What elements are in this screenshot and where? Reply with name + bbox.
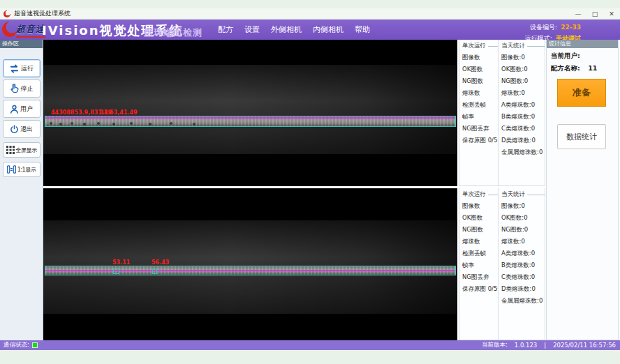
stat-row: D类熔珠数:0	[501, 135, 545, 146]
app-header: 超音速 IVision视觉处理系统 熔珠端面检测 配方 设置 外侧相机 内侧相机…	[0, 20, 620, 40]
prepare-button[interactable]: 准备	[557, 79, 606, 107]
stat-row: 图像数:0	[501, 200, 545, 212]
stat-row: 帧率	[462, 259, 498, 271]
stat-label: 图像数:	[501, 54, 521, 61]
stat-label: OK图数:	[501, 66, 524, 73]
exit-button-label: 退出	[20, 125, 33, 134]
bead-centerline-overlay	[45, 270, 455, 271]
device-id-value: 22-33	[561, 24, 581, 31]
stat-row: OK图数	[462, 212, 498, 224]
stat-label: D类熔珠数:	[501, 285, 531, 292]
comm-status-label: 通信状态:	[3, 341, 29, 349]
recipe-name-row: 配方名称: 11	[547, 64, 618, 73]
brand-logo-icon	[2, 22, 17, 37]
user-button[interactable]: 用户	[3, 100, 40, 118]
stat-value: 0	[521, 202, 524, 209]
window-controls: — □ ✕	[574, 8, 616, 20]
stop-button-label: 停止	[21, 84, 34, 93]
stat-label: B类熔珠数:	[501, 113, 531, 120]
data-statistics-button[interactable]: 数据统计	[557, 124, 606, 149]
measurement-annotation: 31.53,41.49	[100, 109, 138, 116]
today-stats-group: 当天统计	[501, 42, 545, 50]
stat-value: 0	[521, 54, 524, 61]
stat-value: 0	[531, 261, 535, 268]
stat-row: C类熔珠数:0	[501, 271, 545, 283]
stat-row: C类熔珠数:0	[501, 123, 545, 135]
menu-settings[interactable]: 设置	[244, 24, 260, 35]
stat-value: 0	[531, 101, 535, 108]
recipe-name-label: 配方名称:	[551, 64, 580, 72]
stat-value: 0	[524, 226, 528, 233]
single-run-group: 单次运行	[462, 190, 498, 199]
comm-status-indicator-icon	[32, 342, 38, 348]
defect-marker-box	[152, 269, 157, 274]
stat-label: B类熔珠数:	[501, 261, 531, 268]
main-area: 操作区 运行 停止	[0, 40, 620, 340]
stat-value: 0	[524, 214, 527, 221]
menu-outer-camera[interactable]: 外侧相机	[271, 24, 302, 35]
stat-label: 图像数:	[501, 202, 521, 209]
stat-row: NG图数	[462, 75, 498, 87]
application-window: 超音速视觉处理系统 — □ ✕ 超音速 IVision视觉处理系统 熔珠端面检测…	[0, 0, 620, 364]
one-to-one-button[interactable]: 1:1显示	[3, 162, 40, 177]
camera-view-outer[interactable]: 44308853.9,831.49 31.53,41.49	[43, 40, 457, 186]
stat-label: A类熔珠数:	[501, 101, 531, 108]
camera-view-inner[interactable]: 53.11 56.43	[43, 188, 457, 340]
stat-value: 0	[521, 238, 524, 245]
stat-row: NG图数	[462, 224, 498, 236]
stat-value: 0	[521, 89, 524, 96]
user-button-label: 用户	[20, 105, 33, 114]
stat-value: 0	[539, 297, 542, 304]
stat-label: NG图数:	[501, 77, 524, 84]
stat-row: 熔珠数:0	[501, 236, 545, 248]
today-stats-title: 当天统计	[501, 190, 525, 199]
stop-button[interactable]: 停止	[3, 79, 40, 98]
stat-row: NG图数:0	[501, 224, 545, 236]
stat-row: 金属屑熔珠数:0	[501, 146, 545, 158]
operation-sidebar: 操作区 运行 停止	[0, 40, 43, 340]
menu-help[interactable]: 帮助	[355, 24, 370, 35]
fullscreen-grid-icon	[6, 146, 15, 154]
defect-marker-box	[113, 268, 119, 274]
fullscreen-button[interactable]: 全屏显示	[3, 142, 40, 158]
stat-row: B类熔珠数:0	[501, 259, 545, 271]
stat-value: 0	[524, 77, 528, 84]
stat-label: A类熔珠数:	[501, 250, 531, 257]
stat-label: 金属屑熔珠数:	[501, 297, 539, 304]
stat-label: C类熔珠数:	[501, 273, 531, 280]
user-icon	[10, 105, 19, 114]
stat-row: 熔珠数	[462, 87, 498, 99]
stat-value: 0	[531, 125, 535, 132]
current-user-label: 当前用户:	[551, 52, 580, 59]
window-title: 超音速视觉处理系统	[14, 9, 71, 18]
sidebar-title: 操作区	[0, 40, 43, 48]
minimize-button[interactable]: —	[574, 10, 582, 17]
stat-row: OK图数	[462, 63, 498, 75]
measurement-annotation: 53.11	[112, 259, 130, 266]
stat-label: 金属屑熔珠数:	[501, 149, 539, 156]
power-icon	[10, 125, 19, 134]
stat-label: C类熔珠数:	[501, 125, 531, 132]
stat-row: A类熔珠数:0	[501, 248, 545, 259]
stat-row: B类熔珠数:0	[501, 111, 545, 123]
stat-row: A类熔珠数:0	[501, 99, 545, 111]
stat-row: 图像数	[462, 200, 498, 212]
bead-bubble-features	[50, 122, 52, 125]
maximize-button[interactable]: □	[591, 10, 599, 17]
stat-row: 帧率	[462, 111, 498, 123]
stat-label: OK图数:	[501, 214, 524, 221]
bead-strip-detection: 44308853.9,831.49 31.53,41.49	[45, 116, 456, 127]
exit-button[interactable]: 退出	[3, 120, 40, 138]
stat-row: 保存原图 0/500	[462, 283, 498, 295]
stat-row: 检测丢帧	[462, 248, 498, 259]
run-button[interactable]: 运行	[3, 59, 40, 77]
stat-row: 金属屑熔珠数:0	[501, 295, 545, 307]
menu-recipe[interactable]: 配方	[218, 24, 233, 35]
close-button[interactable]: ✕	[607, 10, 616, 17]
today-stats-title: 当天统计	[501, 42, 525, 50]
hand-stop-icon	[10, 84, 20, 93]
measurement-annotation: 56.43	[152, 259, 169, 266]
menu-inner-camera[interactable]: 内侧相机	[313, 24, 344, 35]
stat-row: NG图丢弃	[462, 123, 498, 135]
stat-row: NG图丢弃	[462, 271, 498, 283]
